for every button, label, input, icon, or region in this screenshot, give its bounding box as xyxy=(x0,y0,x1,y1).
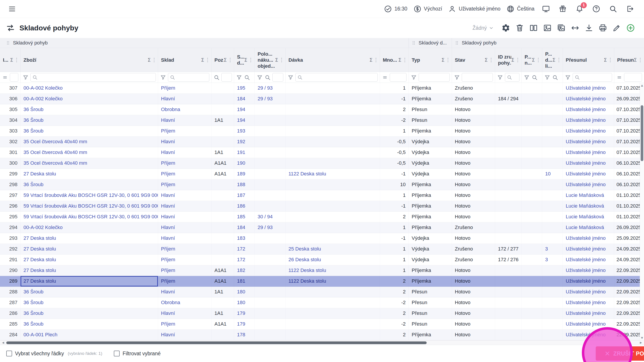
cell-p-n[interactable] xyxy=(522,190,542,201)
cell-zbozi[interactable]: 27 Deska stolu xyxy=(20,233,158,244)
cell-polozka-nakupni-objednavky[interactable] xyxy=(255,190,286,201)
cell-id-zruseneho-pohybu[interactable] xyxy=(495,147,522,158)
cell-id-zruseneho-pohybu[interactable] xyxy=(495,233,522,244)
cell-sklad[interactable]: Hlavní xyxy=(158,212,212,222)
cell-polozka-nakupni-objednavky[interactable]: 29 / 93 xyxy=(255,83,286,94)
cell-polozka-nakupni-objednavky[interactable] xyxy=(255,255,286,265)
cell-polozka-nakupni-objednavky[interactable] xyxy=(255,233,286,244)
column-menu-icon[interactable]: ⋮ xyxy=(402,57,408,63)
cell-polozka-nakupni-objednavky[interactable] xyxy=(255,319,286,330)
cell-presunul[interactable]: Uživatelské jméno xyxy=(563,158,614,169)
cell-p-n[interactable] xyxy=(522,244,542,255)
cell-typ[interactable]: Příjemka xyxy=(409,190,452,201)
cell-davka[interactable] xyxy=(286,147,380,158)
cell-mnozstvi[interactable]: -2 xyxy=(380,298,409,308)
cell-p-d-li[interactable] xyxy=(542,115,563,126)
cell-presunul[interactable]: Uživatelské jméno xyxy=(563,169,614,179)
column-menu-icon[interactable]: ⋮ xyxy=(488,57,494,63)
cell-skladovy-doklad[interactable]: 190 xyxy=(234,158,255,169)
cell-mnozstvi[interactable]: -1 xyxy=(380,169,409,179)
add-button[interactable] xyxy=(625,22,636,34)
cell-stav[interactable]: Hotovo xyxy=(452,233,495,244)
column-menu-icon[interactable]: ⋮ xyxy=(278,57,284,63)
funnel-filter-icon[interactable] xyxy=(236,74,242,80)
cell-polozka-nakupni-objednavky[interactable] xyxy=(255,179,286,190)
aggregate-sigma-icon[interactable]: Σ xyxy=(275,57,278,63)
cell-p-d-li[interactable] xyxy=(542,83,563,94)
cell-sklad[interactable]: Hlavní xyxy=(158,222,212,233)
cell-p-d-li[interactable] xyxy=(542,222,563,233)
horizontal-scroll-thumb[interactable] xyxy=(6,342,427,344)
cell-typ[interactable]: Příjemka xyxy=(409,201,452,212)
cell-polozka-nakupni-objednavky[interactable] xyxy=(255,126,286,137)
cell-stav[interactable]: Hotovo xyxy=(452,319,495,330)
cell-p-d-li[interactable] xyxy=(542,147,563,158)
column-menu-icon[interactable]: ⋮ xyxy=(227,57,233,63)
cell-p-d-li[interactable] xyxy=(542,190,563,201)
column-header-p-d-li[interactable]: P...d...li...Σ⋮ xyxy=(542,48,563,72)
table-row-305[interactable]: 30536 ŠroubObrobna1942PřesunHotovoUživat… xyxy=(0,104,644,115)
cell-zbozi[interactable]: 36 Šroub xyxy=(20,319,158,330)
aggregate-sigma-icon[interactable]: Σ xyxy=(10,57,13,63)
table-row-298[interactable]: 29836 ŠroubPříjem18810PříjemkaHotovoUživ… xyxy=(0,179,644,190)
cell-id[interactable]: 296 xyxy=(0,201,20,212)
cell-skladovy-doklad[interactable]: 186 xyxy=(234,201,255,212)
drag-handle-icon[interactable] xyxy=(454,40,460,45)
cell-stav[interactable]: Hotovo xyxy=(452,308,495,319)
cell-mnozstvi[interactable]: -2 xyxy=(380,319,409,330)
aggregate-sigma-icon[interactable]: Σ xyxy=(532,57,535,63)
cell-pozice[interactable] xyxy=(212,222,234,233)
cell-mnozstvi[interactable]: 1 xyxy=(380,190,409,201)
cell-id[interactable]: 299 xyxy=(0,169,20,179)
cell-zbozi[interactable]: 59 Vrtací šroubovák Aku BOSCH GSR 12V-30… xyxy=(20,201,158,212)
cell-presunul[interactable]: Uživatelské jméno xyxy=(563,83,614,94)
table-row-294[interactable]: 29400-A-002 KolečkoHlavní18429 / 931Příj… xyxy=(0,222,644,233)
cell-id-zruseneho-pohybu[interactable] xyxy=(495,319,522,330)
cell-davka[interactable] xyxy=(286,190,380,201)
table-row-288[interactable]: 28836 ŠroubHlavní1A11802PřesunHotovoUživ… xyxy=(0,287,644,298)
cell-sklad[interactable]: Hlavní xyxy=(158,201,212,212)
cell-typ[interactable]: Výdejka xyxy=(409,169,452,179)
cell-typ[interactable]: Příjemka xyxy=(409,126,452,137)
cell-davka[interactable]: 25 Deska stolu xyxy=(286,244,380,255)
cell-pozice[interactable] xyxy=(212,94,234,104)
cell-sklad[interactable]: Hlavní xyxy=(158,308,212,319)
cell-zbozi[interactable]: 36 Šroub xyxy=(20,126,158,137)
cell-pozice[interactable] xyxy=(212,298,234,308)
cell-p-n[interactable] xyxy=(522,201,542,212)
cell-zbozi[interactable]: 27 Deska stolu xyxy=(20,169,158,179)
column-menu-icon[interactable]: ⋮ xyxy=(373,57,378,63)
column-header-presunuto[interactable]: PřesunutoΣ⋮ xyxy=(614,48,644,72)
cell-id-zruseneho-pohybu[interactable] xyxy=(495,179,522,190)
cell-zbozi[interactable]: 59 Vrtací šroubovák Aku BOSCH GSR 12V-30… xyxy=(20,212,158,222)
cell-sklad[interactable]: Příjem xyxy=(158,169,212,179)
cell-p-d-li[interactable]: 3 xyxy=(542,255,563,265)
cell-id[interactable]: 287 xyxy=(0,298,20,308)
cell-skladovy-doklad[interactable]: 185 xyxy=(234,212,255,222)
cell-davka[interactable] xyxy=(286,158,380,169)
cell-id-zruseneho-pohybu[interactable] xyxy=(495,169,522,179)
filter-input-mnozstvi[interactable] xyxy=(390,73,406,81)
cell-mnozstvi[interactable]: 1 xyxy=(380,265,409,276)
cell-mnozstvi[interactable]: -0,5 xyxy=(380,137,409,147)
cell-skladovy-doklad[interactable]: 182 xyxy=(234,265,255,276)
filter-input-zbozi[interactable] xyxy=(39,73,154,81)
column-menu-icon[interactable]: ⋮ xyxy=(637,57,643,63)
cell-polozka-nakupni-objednavky[interactable] xyxy=(255,115,286,126)
cell-typ[interactable]: Příjemka xyxy=(409,276,452,287)
cell-sklad[interactable]: Příjem xyxy=(158,319,212,330)
cell-polozka-nakupni-objednavky[interactable] xyxy=(255,169,286,179)
profile-selector[interactable]: Výchozí xyxy=(414,5,442,13)
delete-button[interactable] xyxy=(514,22,526,34)
cell-zbozi[interactable]: 36 Šroub xyxy=(20,179,158,190)
table-row-291[interactable]: 29127 Deska stoluPříjem17226 Deska stolu… xyxy=(0,255,644,265)
cell-pozice[interactable]: A1A1 xyxy=(212,276,234,287)
cell-presunul[interactable]: Uživatelské jméno xyxy=(563,104,614,115)
cell-stav[interactable]: Hotovo xyxy=(452,104,495,115)
table-row-296[interactable]: 29659 Vrtací šroubovák Aku BOSCH GSR 12V… xyxy=(0,201,644,212)
cell-p-d-li[interactable] xyxy=(542,201,563,212)
column-header-mnozstvi[interactable]: Mno...Σ⋮ xyxy=(380,48,409,72)
drag-handle-icon[interactable] xyxy=(411,40,416,45)
cell-zbozi[interactable]: 00-A-001 Plech xyxy=(20,330,158,340)
table-row-300[interactable]: 30035 Ocel čtvercová 40x40 mmPříjemA1A11… xyxy=(0,158,644,169)
